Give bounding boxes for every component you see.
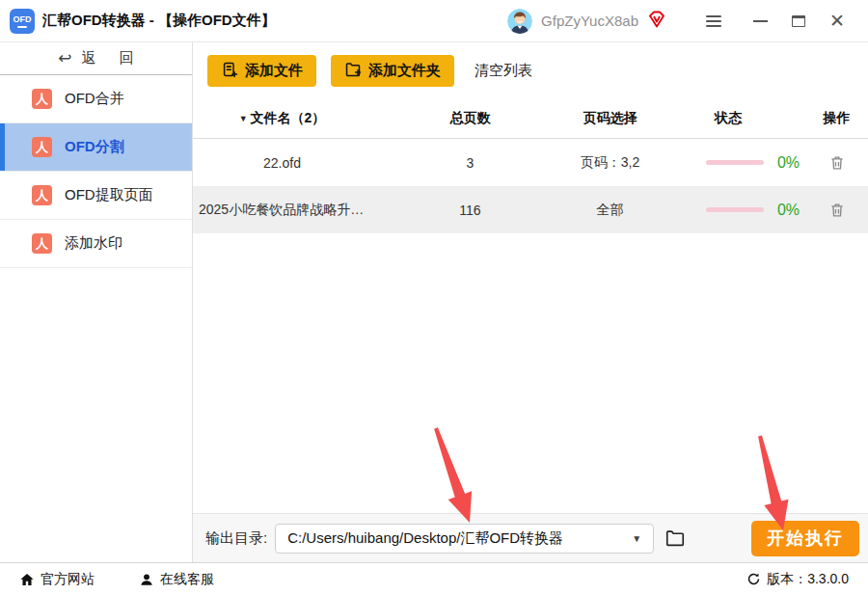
start-execute-button[interactable]: 开始执行 <box>751 521 859 556</box>
output-dir-label: 输出目录: <box>205 529 267 548</box>
document-plus-icon <box>221 61 238 81</box>
sort-desc-icon[interactable]: ▼ <box>239 114 248 123</box>
total-pages: 116 <box>371 203 569 218</box>
sidebar-item-ofd-merge[interactable]: 人 OFD合并 <box>0 75 192 123</box>
main-panel: 添加文件 添加文件夹 清空列表 ▼ 文件名（2） <box>193 42 868 562</box>
home-icon <box>19 572 35 587</box>
pdf-file-icon: 人 <box>32 185 52 205</box>
add-file-button[interactable]: 添加文件 <box>207 55 316 87</box>
column-total-pages: 总页数 <box>371 110 569 127</box>
sidebar-item-ofd-extract-pages[interactable]: 人 OFD提取页面 <box>0 172 192 220</box>
window-title: 汇帮OFD转换器 - 【操作OFD文件】 <box>42 12 276 30</box>
progress-bar <box>706 207 764 212</box>
app-window: OFD 汇帮OFD转换器 - 【操作OFD文件】 GfpZy <box>0 0 868 595</box>
pdf-file-icon: 人 <box>32 89 52 109</box>
sidebar-item-label: OFD分割 <box>65 138 124 156</box>
app-logo-text: OFD <box>14 14 32 24</box>
delete-row-button[interactable] <box>805 202 868 219</box>
pdf-file-icon: 人 <box>32 233 52 254</box>
back-arrow-icon: ↩ <box>58 48 71 68</box>
title-bar: OFD 汇帮OFD转换器 - 【操作OFD文件】 GfpZy <box>0 0 868 42</box>
page-selection[interactable]: 全部 <box>569 202 651 219</box>
status-cell: 0% <box>651 202 805 219</box>
output-dir-path: C:/Users/huibang/Desktop/汇帮OFD转换器 <box>287 529 632 548</box>
add-file-label: 添加文件 <box>245 62 303 80</box>
menu-button[interactable] <box>694 7 733 36</box>
add-folder-label: 添加文件夹 <box>368 62 441 80</box>
refresh-icon[interactable] <box>746 572 761 586</box>
sidebar: ↩ 返 回 人 OFD合并 人 OFD分割 人 OFD提取页面 人 添加水印 <box>0 42 193 562</box>
minimize-button[interactable] <box>741 7 779 36</box>
online-service-label: 在线客服 <box>160 571 214 588</box>
progress-percent: 0% <box>777 154 800 172</box>
column-action: 操作 <box>805 110 868 127</box>
sidebar-item-add-watermark[interactable]: 人 添加水印 <box>0 220 192 268</box>
sidebar-item-label: OFD合并 <box>65 90 124 108</box>
official-website-link[interactable]: 官方网站 <box>19 571 95 588</box>
progress-bar <box>706 160 764 165</box>
username: GfpZyYucX8ab <box>541 13 638 29</box>
column-filename: 文件名（2） <box>251 110 326 127</box>
column-status: 状态 <box>651 110 805 127</box>
close-button[interactable]: ✕ <box>818 7 856 36</box>
user-avatar[interactable] <box>507 9 532 34</box>
output-dir-select[interactable]: C:/Users/huibang/Desktop/汇帮OFD转换器 ▼ <box>275 524 654 554</box>
empty-area <box>193 233 868 513</box>
app-logo-icon: OFD <box>10 9 35 34</box>
sidebar-item-label: OFD提取页面 <box>65 186 153 204</box>
sidebar-item-ofd-split[interactable]: 人 OFD分割 <box>0 123 192 172</box>
status-cell: 0% <box>651 154 805 172</box>
bottom-bar: 输出目录: C:/Users/huibang/Desktop/汇帮OFD转换器 … <box>193 513 868 562</box>
back-label: 返 回 <box>82 49 144 68</box>
folder-icon <box>665 527 686 549</box>
total-pages: 3 <box>371 155 569 171</box>
pdf-file-icon: 人 <box>32 137 52 157</box>
person-icon <box>139 572 154 587</box>
file-name: 2025小吃餐饮品牌战略升级全案... <box>193 202 371 219</box>
chevron-down-icon: ▼ <box>632 533 641 544</box>
clear-list-button[interactable]: 清空列表 <box>475 62 532 80</box>
sidebar-item-label: 添加水印 <box>65 234 122 253</box>
footer: 官方网站 在线客服 版本：3.3.0.0 <box>0 562 868 595</box>
add-folder-button[interactable]: 添加文件夹 <box>331 55 454 87</box>
maximize-button[interactable] <box>779 7 818 36</box>
version-label: 版本：3.3.0.0 <box>767 571 849 588</box>
trash-icon <box>828 154 846 172</box>
table-row[interactable]: 22.ofd 3 页码：3,2 0% <box>193 139 868 186</box>
progress-percent: 0% <box>777 202 800 219</box>
table-header: ▼ 文件名（2） 总页数 页码选择 状态 操作 <box>193 98 868 139</box>
file-name: 22.ofd <box>193 155 371 171</box>
online-service-link[interactable]: 在线客服 <box>139 571 214 588</box>
delete-row-button[interactable] <box>805 154 868 172</box>
table-row[interactable]: 2025小吃餐饮品牌战略升级全案... 116 全部 0% <box>193 186 868 233</box>
vip-badge-icon[interactable] <box>646 9 667 34</box>
official-website-label: 官方网站 <box>41 571 95 588</box>
toolbar: 添加文件 添加文件夹 清空列表 <box>193 42 868 98</box>
folder-plus-icon <box>344 61 362 81</box>
back-button[interactable]: ↩ 返 回 <box>0 42 192 75</box>
trash-icon <box>828 202 846 219</box>
column-page-select: 页码选择 <box>569 110 651 127</box>
page-selection[interactable]: 页码：3,2 <box>569 154 651 172</box>
browse-folder-button[interactable] <box>665 527 686 549</box>
